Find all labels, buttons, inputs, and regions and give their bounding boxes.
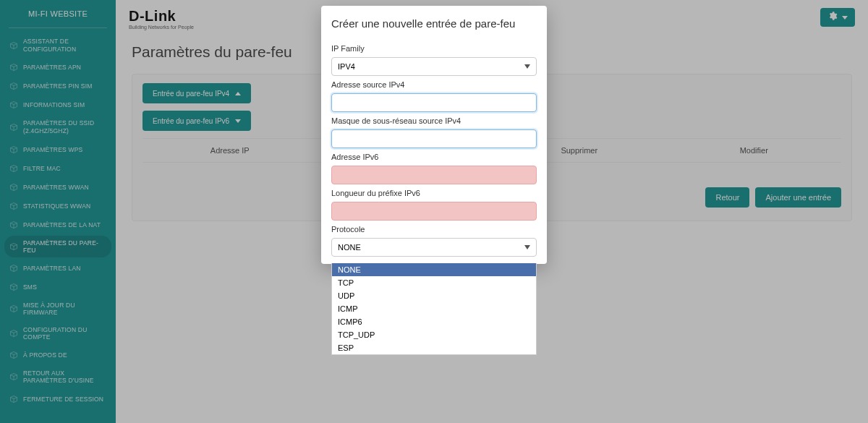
label-src-ipv4-mask: Masque de sous-réseau source IPv4 (331, 116, 537, 125)
protocol-option-icmp6[interactable]: ICMP6 (332, 315, 536, 328)
caret-down-icon (524, 245, 530, 249)
ip-family-select[interactable]: IPV4 (331, 57, 537, 76)
label-ip-family: IP Family (331, 44, 537, 53)
ipv6-prefix-input (331, 202, 537, 221)
src-ipv4-input[interactable] (331, 93, 537, 112)
protocol-value: NONE (338, 243, 361, 252)
ipv6-addr-input (331, 166, 537, 184)
protocol-option-tcp_udp[interactable]: TCP_UDP (332, 328, 536, 341)
protocol-option-icmp[interactable]: ICMP (332, 302, 536, 315)
protocol-option-udp[interactable]: UDP (332, 289, 536, 302)
modal-title: Créer une nouvelle entrée de pare-feu (321, 6, 547, 40)
create-firewall-entry-modal: Créer une nouvelle entrée de pare-feu IP… (321, 6, 547, 264)
protocol-option-esp[interactable]: ESP (332, 341, 536, 354)
protocol-option-none[interactable]: NONE (332, 263, 536, 276)
label-src-ipv4: Adresse source IPv4 (331, 80, 537, 89)
caret-down-icon (524, 64, 530, 69)
ip-family-value: IPV4 (338, 62, 355, 71)
protocol-dropdown: NONETCPUDPICMPICMP6TCP_UDPESP (331, 263, 537, 355)
label-protocol: Protocole (331, 225, 537, 234)
label-ipv6-addr: Adresse IPv6 (331, 153, 537, 161)
protocol-option-tcp[interactable]: TCP (332, 276, 536, 289)
label-ipv6-prefix: Longueur du préfixe IPv6 (331, 189, 537, 197)
src-ipv4-mask-input[interactable] (331, 129, 537, 148)
protocol-select[interactable]: NONE (331, 238, 537, 257)
